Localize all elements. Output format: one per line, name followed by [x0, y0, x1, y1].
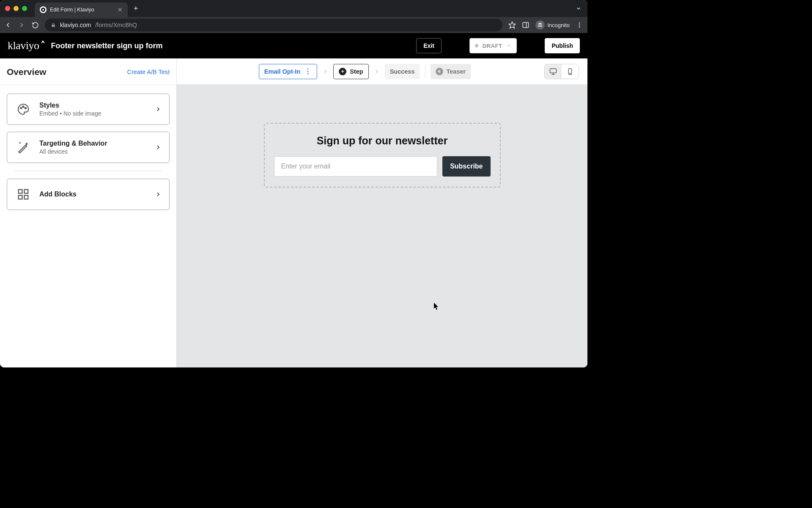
form-preview[interactable]: Sign up for our newsletter Subscribe — [264, 123, 501, 188]
svg-point-9 — [579, 25, 580, 26]
plus-circle-icon: + — [339, 68, 346, 75]
browser-menu-icon[interactable] — [576, 21, 583, 29]
reload-button[interactable] — [31, 21, 39, 29]
svg-point-8 — [579, 22, 580, 24]
status-dropdown[interactable]: DRAFT — [469, 38, 517, 53]
svg-rect-17 — [19, 196, 22, 199]
svg-rect-15 — [19, 190, 22, 193]
close-window-button[interactable] — [5, 6, 10, 11]
svg-point-1 — [42, 9, 44, 11]
step-label: Email Opt-In — [264, 68, 300, 75]
chevron-right-icon — [155, 144, 162, 151]
svg-rect-18 — [25, 196, 28, 199]
wand-icon — [15, 139, 32, 156]
svg-point-10 — [579, 26, 580, 28]
page-title: Footer newsletter sign up form — [51, 41, 163, 50]
sidebar-title: Overview — [7, 67, 46, 77]
browser-titlebar: Edit Form | Klaviyo ✕ + — [0, 0, 587, 17]
step-label: Teaser — [447, 68, 466, 75]
app-body: Overview Create A/B Test Styles Embed • … — [0, 58, 587, 367]
sidebar: Overview Create A/B Test Styles Embed • … — [0, 58, 177, 367]
step-label: Success — [390, 68, 415, 75]
chevron-right-icon — [374, 69, 380, 75]
browser-tab[interactable]: Edit Form | Klaviyo ✕ — [35, 3, 128, 17]
desktop-preview-button[interactable] — [545, 64, 562, 79]
mobile-preview-button[interactable] — [562, 64, 579, 79]
tab-favicon-icon — [40, 6, 47, 13]
svg-rect-19 — [550, 69, 557, 73]
panel-icon[interactable] — [522, 21, 529, 29]
caret-down-icon — [506, 43, 511, 48]
svg-rect-16 — [25, 190, 28, 193]
status-dot-icon — [475, 44, 478, 47]
toolbar-right: Incognito — [508, 20, 583, 30]
blocks-icon — [15, 186, 32, 203]
step-email-optin[interactable]: Email Opt-In ⋮ — [259, 64, 317, 79]
incognito-badge[interactable]: Incognito — [535, 20, 570, 30]
form-row: Subscribe — [274, 156, 491, 177]
card-subtitle: All devices — [39, 148, 147, 155]
url-host: klaviyo.com — [60, 22, 91, 28]
svg-point-6 — [538, 25, 540, 27]
app-window: Edit Form | Klaviyo ✕ + klaviyo.com/form… — [0, 0, 587, 367]
svg-marker-11 — [508, 45, 510, 47]
chevron-right-icon — [155, 106, 162, 113]
svg-point-12 — [20, 108, 22, 109]
forward-button[interactable] — [18, 21, 25, 29]
publish-button[interactable]: Publish — [545, 38, 580, 53]
tabs-overflow-icon[interactable] — [576, 6, 582, 11]
incognito-icon — [535, 20, 545, 30]
sidebar-card-styles[interactable]: Styles Embed • No side image — [7, 94, 170, 125]
subscribe-button[interactable]: Subscribe — [442, 156, 490, 177]
browser-toolbar: klaviyo.com/forms/XmcBhQ Incognito — [0, 17, 587, 33]
teaser-button[interactable]: + Teaser — [431, 64, 471, 79]
card-title: Add Blocks — [39, 190, 147, 198]
plus-circle-icon: + — [436, 68, 443, 75]
cursor-icon — [434, 303, 439, 310]
app-header: klaviyo Footer newsletter sign up form E… — [0, 33, 587, 58]
exit-button[interactable]: Exit — [416, 38, 442, 53]
step-bar: Email Opt-In ⋮ + Step Success — [177, 58, 587, 85]
divider — [425, 66, 425, 77]
kebab-icon[interactable]: ⋮ — [304, 67, 312, 75]
svg-point-13 — [22, 106, 24, 107]
form-heading[interactable]: Sign up for our newsletter — [274, 135, 491, 147]
bookmark-icon[interactable] — [508, 21, 516, 29]
status-label: DRAFT — [483, 43, 502, 49]
email-input[interactable] — [274, 156, 438, 177]
divider — [14, 171, 163, 171]
lock-icon — [51, 22, 56, 28]
minimize-window-button[interactable] — [14, 6, 19, 11]
svg-rect-4 — [523, 22, 529, 28]
back-button[interactable] — [4, 21, 12, 29]
canvas-panel: Email Opt-In ⋮ + Step Success — [177, 58, 587, 367]
sidebar-header: Overview Create A/B Test — [0, 58, 176, 85]
sidebar-cards: Styles Embed • No side image Targeting &… — [0, 85, 176, 218]
add-step-button[interactable]: + Step — [333, 64, 368, 79]
tab-close-icon[interactable]: ✕ — [118, 6, 123, 13]
maximize-window-button[interactable] — [22, 6, 27, 11]
card-title: Targeting & Behavior — [39, 140, 147, 147]
step-label: Step — [350, 68, 363, 75]
url-path: /forms/XmcBhQ — [95, 22, 137, 28]
chevron-right-icon — [322, 69, 328, 75]
address-bar[interactable]: klaviyo.com/forms/XmcBhQ — [45, 19, 502, 31]
svg-marker-3 — [509, 22, 516, 28]
sidebar-card-add-blocks[interactable]: Add Blocks — [7, 179, 170, 210]
window-controls — [5, 6, 27, 11]
incognito-label: Incognito — [547, 22, 570, 28]
chevron-right-icon — [155, 191, 162, 198]
device-toggle — [544, 64, 579, 79]
tab-title: Edit Form | Klaviyo — [50, 7, 114, 13]
card-title: Styles — [39, 102, 147, 109]
step-success[interactable]: Success — [385, 64, 420, 79]
svg-point-23 — [570, 73, 571, 74]
svg-rect-2 — [52, 25, 55, 27]
sidebar-card-targeting[interactable]: Targeting & Behavior All devices — [7, 132, 170, 163]
palette-icon — [15, 101, 32, 118]
klaviyo-logo[interactable]: klaviyo — [8, 39, 39, 52]
preview-canvas[interactable]: Sign up for our newsletter Subscribe — [177, 85, 587, 367]
create-ab-test-link[interactable]: Create A/B Test — [127, 69, 170, 75]
svg-point-14 — [25, 108, 26, 109]
new-tab-button[interactable]: + — [134, 4, 138, 13]
